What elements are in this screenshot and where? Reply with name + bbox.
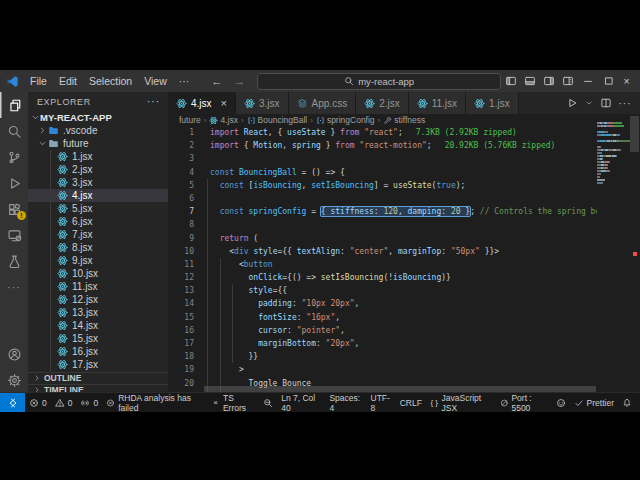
status-rhda-status[interactable]: RHDA analysis has failed (102, 393, 207, 412)
activity-search[interactable] (0, 118, 28, 144)
tree-item-16.jsx[interactable]: 16.jsx (28, 345, 168, 358)
status-live-server-port[interactable]: Port : 5500 (496, 393, 552, 412)
breadcrumb-stiffness[interactable]: stiffness (383, 115, 425, 125)
toggle-primary-sidebar-button[interactable] (501, 70, 520, 92)
status-cursor-position[interactable]: Ln 7, Col 40 (277, 393, 325, 412)
tree-item-9.jsx[interactable]: 9.jsx (28, 254, 168, 267)
tree-item-5.jsx[interactable]: 5.jsx (28, 202, 168, 215)
tab-App.css[interactable]: App.css (289, 92, 357, 114)
vertical-scrollbar[interactable] (630, 116, 639, 152)
code-token: { (321, 207, 331, 216)
run-file-button[interactable] (566, 97, 578, 109)
tab-1.jsx[interactable]: 1.jsx (466, 92, 519, 114)
explorer-actions-button[interactable]: ··· (147, 96, 160, 107)
activity-explorer[interactable] (0, 92, 28, 118)
tab-11.jsx[interactable]: 11.jsx (409, 92, 466, 114)
menu-selection[interactable]: Selection (83, 70, 138, 92)
line-number: 20 (168, 377, 194, 390)
history-nav: ← → (211, 75, 245, 87)
tree-item-11.jsx[interactable]: 11.jsx (28, 280, 168, 293)
status-errors[interactable]: 0 (25, 393, 51, 412)
status-ports[interactable]: 0 (76, 393, 102, 412)
tree-root[interactable]: MY-REACT-APP (28, 111, 168, 124)
status-feedback[interactable] (552, 393, 570, 412)
menu-edit[interactable]: Edit (53, 70, 83, 92)
back-button[interactable]: ← (211, 75, 222, 87)
status-remote-indicator[interactable] (0, 393, 25, 412)
tab-3.jsx[interactable]: 3.jsx (236, 92, 289, 114)
tree-item-3.jsx[interactable]: 3.jsx (28, 176, 168, 189)
line-content: style={{ (210, 284, 287, 297)
files-icon (7, 98, 22, 113)
activity-remote-explorer[interactable] (0, 222, 28, 248)
tree-item-8.jsx[interactable]: 8.jsx (28, 241, 168, 254)
status-notifications[interactable] (618, 393, 636, 412)
activity-run-and-debug[interactable] (0, 170, 28, 196)
activity-accounts[interactable] (0, 341, 28, 367)
activity-manage[interactable] (0, 367, 28, 393)
code-token: const (210, 168, 239, 177)
status-encoding[interactable]: UTF-8 (367, 393, 396, 412)
status-warnings[interactable]: 0 (51, 393, 77, 412)
tree-item-15.jsx[interactable]: 15.jsx (28, 332, 168, 345)
command-center-search[interactable]: my-react-app (257, 73, 501, 90)
status-eol[interactable]: CRLF (396, 393, 426, 412)
menu-view[interactable]: View (138, 70, 173, 92)
status-rhda-status-label: RHDA analysis has failed (118, 393, 203, 413)
maximize-button[interactable] (598, 70, 619, 92)
tree-item-future[interactable]: future (28, 137, 168, 150)
css-icon (297, 98, 308, 109)
minimap[interactable] (597, 122, 630, 185)
line-content: }} (210, 350, 258, 363)
tree-item-1.jsx[interactable]: 1.jsx (28, 150, 168, 163)
breadcrumb-springConfig[interactable]: springConfig (316, 115, 375, 125)
code-token: "20px" (326, 339, 355, 348)
customize-layout-button[interactable] (558, 70, 577, 92)
tree-item-12.jsx[interactable]: 12.jsx (28, 293, 168, 306)
activity-source-control[interactable] (0, 144, 28, 170)
tree-item-10.jsx[interactable]: 10.jsx (28, 267, 168, 280)
run-dropdown-button[interactable] (585, 99, 593, 107)
tab-2.jsx[interactable]: 2.jsx (356, 92, 409, 114)
breadcrumb-4.jsx[interactable]: 4.jsx (209, 115, 237, 125)
tree-item-7.jsx[interactable]: 7.jsx (28, 228, 168, 241)
tree-item-17.jsx[interactable]: 17.jsx (28, 358, 168, 371)
forward-button[interactable]: → (234, 75, 245, 87)
minimize-button[interactable] (577, 70, 598, 92)
status-zoom-indicator[interactable] (259, 393, 277, 412)
status-prettier-label: Prettier (587, 398, 614, 408)
status-language-mode[interactable]: { }JavaScript JSX (426, 393, 496, 412)
toggle-panel-button[interactable] (520, 70, 539, 92)
tree-item-6.jsx[interactable]: 6.jsx (28, 215, 168, 228)
section-outline[interactable]: OUTLINE (28, 372, 168, 384)
activity-extensions[interactable]: ! (0, 196, 28, 222)
status-prettier[interactable]: Prettier (570, 393, 618, 412)
more-actions-button[interactable]: ··· (619, 97, 631, 109)
code-token: true (436, 181, 455, 190)
menu-file[interactable]: File (24, 70, 53, 92)
status-indentation[interactable]: Spaces: 4 (325, 393, 366, 412)
toggle-secondary-sidebar-button[interactable] (539, 70, 558, 92)
status-ts-errors[interactable]: ×TS Errors (207, 393, 259, 412)
tree-item-2.jsx[interactable]: 2.jsx (28, 163, 168, 176)
tree-item-.vscode[interactable]: .vscode (28, 124, 168, 137)
react-icon (244, 98, 255, 109)
tab-close-icon[interactable]: × (221, 98, 227, 108)
status-eol-label: CRLF (400, 398, 422, 408)
feedback-icon (556, 398, 566, 408)
menu-more-menus[interactable]: ··· (173, 70, 196, 92)
tree-item-14.jsx[interactable]: 14.jsx (28, 319, 168, 332)
activity-more-views[interactable]: ··· (0, 274, 28, 300)
split-editor-button[interactable] (600, 97, 612, 109)
close-window-button[interactable]: × (619, 70, 640, 92)
tree-item-13.jsx[interactable]: 13.jsx (28, 306, 168, 319)
chevron-down-icon (38, 139, 47, 148)
line-content: cursor: "pointer", (210, 324, 345, 337)
tab-4.jsx[interactable]: 4.jsx× (168, 92, 236, 114)
breadcrumb-future[interactable]: future (179, 115, 201, 125)
breadcrumb-BouncingBall[interactable]: BouncingBall (247, 115, 308, 125)
tree-item-4.jsx[interactable]: 4.jsx (28, 189, 168, 202)
code-token: from (335, 141, 359, 150)
activity-testing[interactable] (0, 248, 28, 274)
sidebar-sections: OUTLINETIMELINE (28, 372, 168, 393)
